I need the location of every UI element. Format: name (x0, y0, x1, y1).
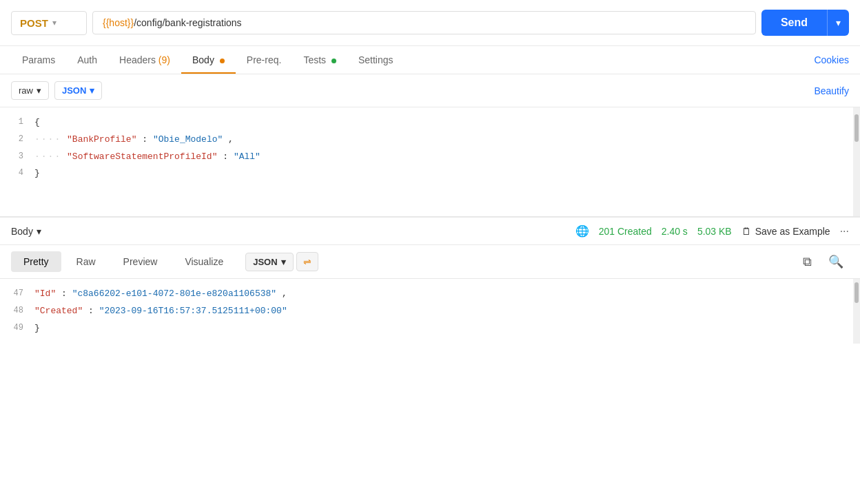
line-content-2: ···· "BankProfile" : "Obie_Modelo" , (34, 133, 860, 147)
tab-settings[interactable]: Settings (347, 46, 405, 74)
url-input[interactable]: {{host}}/config/bank-registrations (92, 11, 756, 34)
tabs-bar: Params Auth Headers (9) Body Pre-req. Te… (0, 46, 860, 74)
line-content-4: } (34, 167, 860, 181)
editor-scrollbar[interactable] (853, 107, 860, 216)
response-tabs: Pretty Raw Preview Visualize JSON ▾ ⇌ ⧉ … (0, 245, 860, 279)
save-example-button[interactable]: 🗒 Save as Example (741, 226, 830, 237)
method-chevron-icon: ▾ (52, 18, 57, 28)
headers-badge: (9) (158, 54, 170, 65)
response-bar: Body ▾ 🌐 201 Created 2.40 s 5.03 KB 🗒 Sa… (0, 218, 860, 245)
resp-code-line-48: 48 "Created" : "2023-09-16T16:57:37.5125… (0, 303, 860, 320)
wrap-lines-icon: ⇌ (303, 256, 311, 267)
code-line-3: 3 ···· "SoftwareStatementProfileId" : "A… (0, 149, 860, 166)
method-select[interactable]: POST ▾ (11, 11, 87, 35)
cookies-link[interactable]: Cookies (814, 54, 849, 65)
send-btn-group: Send ▾ (761, 10, 849, 36)
raw-dropdown[interactable]: raw ▾ (11, 81, 49, 100)
resp-line-content-47: "Id" : "c8a66202-e101-4072-801e-e820a110… (34, 287, 860, 302)
resp-tab-raw[interactable]: Raw (64, 251, 108, 272)
url-host-var: {{host}} (103, 17, 134, 28)
json-label: JSON (62, 85, 86, 96)
method-label: POST (20, 17, 48, 29)
resp-tab-visualize[interactable]: Visualize (172, 251, 236, 272)
tab-params[interactable]: Params (11, 46, 66, 74)
editor-scrollbar-thumb (854, 114, 859, 142)
search-response-button[interactable]: 🔍 (823, 251, 849, 273)
body-toolbar: raw ▾ JSON ▾ Beautify (0, 74, 860, 107)
line-number-2: 2 (0, 133, 34, 146)
copy-response-button[interactable]: ⧉ (797, 251, 817, 273)
url-path: /config/bank-registrations (134, 17, 241, 28)
raw-label: raw (19, 85, 33, 96)
resp-line-number-47: 47 (0, 287, 34, 300)
body-dot (220, 59, 225, 63)
send-button[interactable]: Send (761, 10, 827, 36)
resp-line-number-49: 49 (0, 322, 34, 335)
resp-format-chevron-icon: ▾ (281, 257, 286, 267)
response-size: 5.03 KB (697, 226, 732, 237)
resp-line-content-49: } (34, 322, 860, 336)
resp-tab-pretty[interactable]: Pretty (11, 251, 61, 272)
response-time: 2.40 s (662, 226, 688, 237)
globe-icon: 🌐 (575, 224, 589, 238)
response-body-label: Body (11, 226, 33, 237)
line-number-3: 3 (0, 150, 34, 163)
tab-auth[interactable]: Auth (66, 46, 108, 74)
resp-tab-preview[interactable]: Preview (111, 251, 170, 272)
resp-code-line-47: 47 "Id" : "c8a66202-e101-4072-801e-e820a… (0, 286, 860, 303)
line-content-3: ···· "SoftwareStatementProfileId" : "All… (34, 150, 860, 165)
code-editor[interactable]: 1 { 2 ···· "BankProfile" : "Obie_Modelo"… (0, 107, 860, 218)
resp-line-content-48: "Created" : "2023-09-16T16:57:37.5125111… (34, 304, 860, 319)
more-options-icon[interactable]: ··· (840, 225, 849, 238)
line-content-1: { (34, 116, 860, 130)
tab-body[interactable]: Body (181, 46, 236, 74)
line-number-1: 1 (0, 116, 34, 129)
response-body-chevron-icon: ▾ (37, 226, 41, 237)
tab-headers[interactable]: Headers (9) (108, 46, 181, 74)
response-body-dropdown[interactable]: Body ▾ (11, 226, 41, 237)
save-icon: 🗒 (741, 226, 751, 237)
resp-format-label: JSON (253, 257, 277, 267)
tab-tests[interactable]: Tests (292, 46, 347, 74)
code-line-2: 2 ···· "BankProfile" : "Obie_Modelo" , (0, 132, 860, 149)
code-line-1: 1 { (0, 114, 860, 132)
beautify-button[interactable]: Beautify (814, 85, 849, 96)
response-code[interactable]: 47 "Id" : "c8a66202-e101-4072-801e-e820a… (0, 279, 860, 344)
url-bar: POST ▾ {{host}}/config/bank-registration… (0, 0, 860, 46)
json-dropdown[interactable]: JSON ▾ (54, 81, 102, 100)
send-dropdown-button[interactable]: ▾ (827, 10, 849, 36)
line-number-4: 4 (0, 167, 34, 180)
response-actions: ⧉ 🔍 (797, 251, 849, 273)
resp-format-dropdown[interactable]: JSON ▾ (245, 253, 293, 271)
code-line-4: 4 } (0, 165, 860, 182)
json-chevron-icon: ▾ (90, 85, 94, 96)
wrap-lines-button[interactable]: ⇌ (296, 252, 318, 271)
tests-dot (331, 59, 336, 63)
raw-chevron-icon: ▾ (37, 85, 41, 96)
tab-prereq[interactable]: Pre-req. (236, 46, 293, 74)
response-scrollbar[interactable] (853, 279, 860, 344)
status-section: 🌐 201 Created 2.40 s 5.03 KB 🗒 Save as E… (575, 224, 849, 238)
response-scrollbar-thumb (854, 282, 859, 303)
resp-code-line-49: 49 } (0, 320, 860, 337)
status-code: 201 Created (599, 226, 652, 237)
resp-line-number-48: 48 (0, 304, 34, 317)
